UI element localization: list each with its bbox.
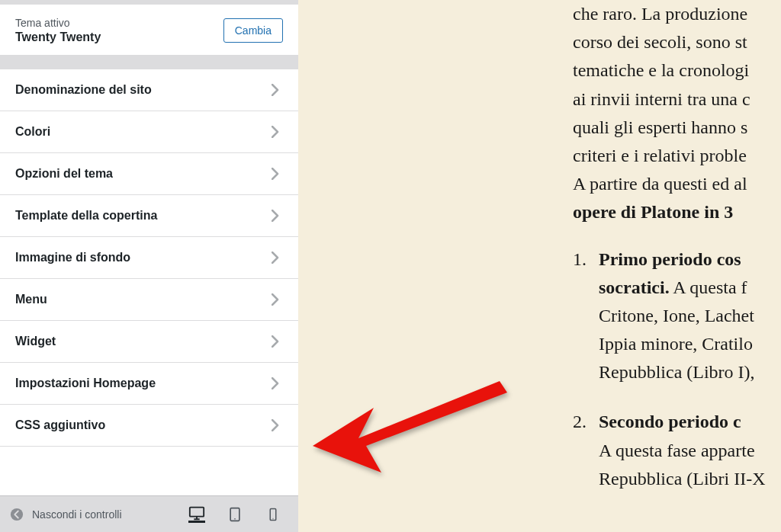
mobile-icon[interactable] [265,506,281,523]
bottom-bar: Nascondi i controlli [0,495,298,532]
chevron-right-icon [268,166,283,181]
preview-text: tematiche e la cronologi [573,60,749,80]
menu-item-label: Menu [15,293,47,306]
chevron-right-icon [268,208,283,223]
menu-item-site-identity[interactable]: Denominazione del sito [0,69,298,111]
menu-item-cover-template[interactable]: Template della copertina [0,195,298,237]
hide-controls-button[interactable]: Nascondi i controlli [9,507,122,522]
tablet-icon[interactable] [227,506,243,523]
desktop-icon[interactable] [188,506,205,523]
preview-paragraph: che raro. La produzione corso dei secoli… [573,0,781,227]
preview-text: Ippia minore, Cratilo [599,334,753,354]
theme-header: Tema attivo Twenty Twenty Cambia [0,5,298,56]
menu-item-theme-options[interactable]: Opzioni del tema [0,153,298,195]
preview-text: A partire da questi ed al [573,174,747,194]
chevron-right-icon [268,418,283,433]
list-item: Secondo periodo c A questa fase apparte … [573,408,781,493]
svg-point-5 [272,518,273,518]
menu-item-homepage-settings[interactable]: Impostazioni Homepage [0,363,298,405]
preview-text: criteri e i relativi proble [573,146,747,165]
active-theme-label: Tema attivo [15,17,101,29]
customizer-sidebar: Tema attivo Twenty Twenty Cambia Denomin… [0,0,298,532]
chevron-right-icon [268,292,283,307]
menu-item-label: CSS aggiuntivo [15,418,105,432]
preview-content: che raro. La produzione corso dei secoli… [313,0,781,493]
menu-item-label: Opzioni del tema [15,167,113,181]
preview-text: quali gli esperti hanno s [573,117,747,137]
menu-item-label: Template della copertina [15,209,157,223]
list-item: Primo periodo cos socratici. A questa f … [573,245,781,387]
preview-bold-text: socratici. [599,277,670,297]
menu-item-label: Colori [15,125,50,139]
preview-text: A questa f [670,277,747,297]
preview-text: che raro. La produzione [573,4,747,24]
svg-point-3 [234,518,236,520]
svg-rect-1 [190,508,204,517]
chevron-right-icon [268,124,283,139]
active-theme-name: Twenty Twenty [15,30,101,44]
section-gap [0,56,298,69]
chevron-right-icon [268,250,283,265]
menu-item-label: Widget [15,335,56,348]
preview-text: corso dei secoli, sono st [573,32,747,52]
theme-info: Tema attivo Twenty Twenty [15,17,101,44]
preview-text: Repubblica (Libro I), [599,362,755,382]
menu-item-widgets[interactable]: Widget [0,321,298,363]
menu-item-colors[interactable]: Colori [0,111,298,153]
hide-controls-label: Nascondi i controlli [32,508,122,521]
preview-text: Repubblica (Libri II-X [599,469,766,489]
svg-point-0 [11,508,23,520]
preview-bold-text: Primo periodo cos [599,249,741,269]
menu-item-label: Impostazioni Homepage [15,377,156,390]
menu-item-background-image[interactable]: Immagine di sfondo [0,237,298,279]
menu-item-label: Immagine di sfondo [15,251,130,264]
change-theme-button[interactable]: Cambia [223,18,283,43]
preview-bold-text: Secondo periodo c [599,412,741,431]
collapse-icon [9,507,24,522]
preview-area: che raro. La produzione corso dei secoli… [298,0,781,532]
menu-list: Denominazione del sito Colori Opzioni de… [0,69,298,495]
preview-ordered-list: Primo periodo cos socratici. A questa f … [573,245,781,494]
preview-text: A questa fase apparte [599,441,755,460]
preview-text: Critone, Ione, Lachet [599,306,754,325]
chevron-right-icon [268,334,283,349]
menu-item-label: Denominazione del sito [15,83,152,97]
menu-item-additional-css[interactable]: CSS aggiuntivo [0,405,298,447]
device-preview-icons [188,506,281,523]
preview-bold-text: opere di Platone in 3 [573,202,733,222]
chevron-right-icon [268,82,283,98]
preview-text: ai rinvii interni tra una c [573,89,750,109]
chevron-right-icon [268,376,283,391]
menu-item-menus[interactable]: Menu [0,279,298,321]
